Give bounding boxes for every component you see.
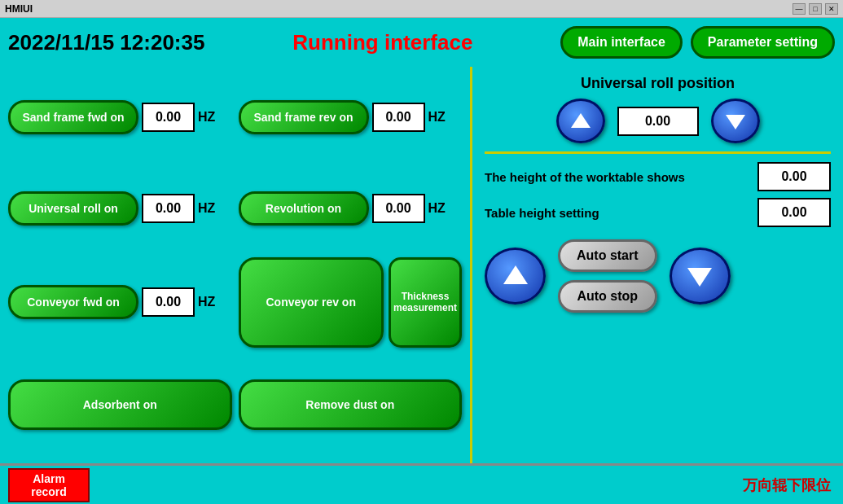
- svg-marker-2: [503, 265, 528, 284]
- sand-frame-rev-control: Sand frame rev on HZ: [239, 75, 463, 160]
- conveyor-rev-thickness-group: Conveyor rev on Thickness measurement: [239, 257, 463, 348]
- header: 2022/11/15 12:20:35 Running interface Ma…: [0, 18, 843, 67]
- auto-down-button[interactable]: [670, 248, 731, 305]
- table-height-setting-label: Table height setting: [485, 206, 599, 220]
- roll-position-input[interactable]: [617, 107, 699, 136]
- revolution-control: Revolution on HZ: [239, 166, 463, 251]
- universal-roll-unit: HZ: [198, 201, 215, 216]
- auto-controls: Auto start Auto stop: [485, 239, 831, 313]
- left-panel: Sand frame fwd on HZ Sand frame rev on H…: [0, 67, 472, 463]
- close-button[interactable]: ✕: [825, 3, 838, 15]
- revolution-unit: HZ: [428, 201, 446, 216]
- parameter-setting-button[interactable]: Parameter setting: [691, 26, 835, 59]
- universal-roll-input[interactable]: [142, 194, 195, 223]
- adsorbent-control: Adsorbent on: [8, 354, 232, 455]
- right-panel: Universal roll position The height of th…: [472, 67, 843, 463]
- adsorbent-button[interactable]: Adsorbent on: [8, 379, 232, 430]
- roll-up-button[interactable]: [556, 99, 605, 143]
- sand-frame-fwd-input[interactable]: [142, 103, 195, 132]
- alarm-record-button[interactable]: Alarm record: [8, 468, 90, 502]
- svg-marker-3: [687, 268, 712, 287]
- titlebar-title: HMIUI: [5, 3, 793, 15]
- revolution-button[interactable]: Revolution on: [239, 191, 369, 226]
- roll-position-section: Universal roll position: [485, 75, 831, 154]
- bottom-status-text: 万向辊下限位: [98, 476, 843, 495]
- table-height-shows-input[interactable]: [757, 162, 831, 191]
- roll-position-controls: [556, 99, 760, 143]
- titlebar-buttons: — □ ✕: [793, 3, 838, 15]
- roll-down-button[interactable]: [711, 99, 760, 143]
- svg-marker-1: [726, 115, 745, 129]
- titlebar: HMIUI — □ ✕: [0, 0, 843, 18]
- table-height-shows-label: The height of the worktable shows: [485, 170, 685, 184]
- main-interface-button[interactable]: Main interface: [560, 26, 683, 59]
- table-height-shows-row: The height of the worktable shows: [485, 162, 831, 191]
- conveyor-fwd-input[interactable]: [142, 287, 195, 317]
- remove-dust-control: Remove dust on: [239, 354, 463, 455]
- conveyor-fwd-control: Conveyor fwd on HZ: [8, 257, 232, 348]
- thickness-measurement-button[interactable]: Thickness measurement: [389, 257, 462, 348]
- table-height-setting-row: Table height setting: [485, 198, 831, 227]
- auto-start-button[interactable]: Auto start: [558, 239, 657, 272]
- svg-marker-0: [571, 113, 591, 128]
- auto-start-stop-buttons: Auto start Auto stop: [558, 239, 657, 313]
- sand-frame-rev-input[interactable]: [372, 103, 425, 132]
- table-height-section: The height of the worktable shows Table …: [485, 162, 831, 227]
- table-height-setting-input[interactable]: [757, 198, 831, 227]
- conveyor-fwd-unit: HZ: [198, 295, 215, 309]
- auto-up-button[interactable]: [485, 248, 546, 305]
- main-content: Sand frame fwd on HZ Sand frame rev on H…: [0, 67, 843, 463]
- sand-frame-fwd-button[interactable]: Sand frame fwd on: [8, 100, 138, 134]
- remove-dust-button[interactable]: Remove dust on: [239, 379, 463, 430]
- roll-position-title: Universal roll position: [581, 75, 735, 92]
- universal-roll-button[interactable]: Universal roll on: [8, 191, 138, 226]
- universal-roll-control: Universal roll on HZ: [8, 166, 232, 251]
- revolution-input[interactable]: [372, 194, 425, 223]
- auto-stop-button[interactable]: Auto stop: [558, 280, 657, 313]
- sand-frame-rev-unit: HZ: [428, 110, 446, 125]
- conveyor-rev-button[interactable]: Conveyor rev on: [239, 257, 384, 348]
- sand-frame-fwd-control: Sand frame fwd on HZ: [8, 75, 232, 160]
- maximize-button[interactable]: □: [809, 3, 822, 15]
- running-interface-label: Running interface: [213, 30, 552, 55]
- conveyor-fwd-button[interactable]: Conveyor fwd on: [8, 285, 138, 319]
- datetime-display: 2022/11/15 12:20:35: [8, 30, 204, 55]
- sand-frame-rev-button[interactable]: Sand frame rev on: [239, 100, 369, 134]
- minimize-button[interactable]: —: [793, 3, 806, 15]
- bottom-bar: Alarm record 万向辊下限位: [0, 463, 843, 504]
- sand-frame-fwd-unit: HZ: [198, 110, 215, 125]
